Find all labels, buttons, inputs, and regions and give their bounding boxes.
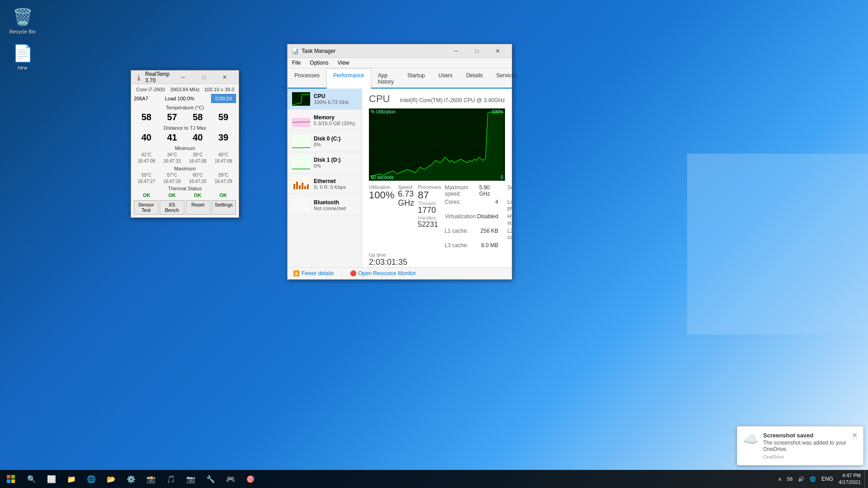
settings-button[interactable]: Settings [212,200,236,215]
cpu-chart-svg [369,108,505,181]
min-temp-1: 34°C [160,152,185,158]
start-button[interactable] [0,470,22,488]
cpu-panel-header: CPU Intel(R) Core(TM) i7-2600 CPU @ 3.40… [369,93,505,105]
l3cache-pair: L3 cache: 8.0 MB [445,242,499,249]
taskmanager-close-button[interactable]: ✕ [487,44,508,58]
xs-bench-button[interactable]: XS Bench [160,200,184,215]
sidebar-item-cpu[interactable]: CPU 100% 6.73 GHz [288,89,362,110]
max-time-3: 16:47:29 [211,178,236,184]
uptime-label: Up time [369,252,505,258]
taskmanager-titlebar[interactable]: 📊 Task Manager ─ □ ✕ [288,44,512,58]
realtemp-timer[interactable]: 0:00:24 [211,94,236,103]
tray-network[interactable]: 🌐 [808,475,818,483]
sidebar-item-bluetooth[interactable]: Bluetooth Not connected [288,195,362,216]
settings-taskbar-button[interactable]: ⚙️ [121,470,141,488]
realtemp-minimize-button[interactable]: ─ [173,70,193,84]
sensor-test-button[interactable]: Sensor Test [134,200,158,215]
open-resource-monitor-link[interactable]: 🔴 Open Resource Monitor [350,270,416,277]
svg-rect-21 [11,479,15,483]
tab-app-history[interactable]: App history [371,68,401,89]
sidebar-item-memory[interactable]: Memory 5.3/16.0 GB (33%) [288,110,362,131]
max-temp-0: 59°C [134,172,159,178]
sidebar-item-ethernet[interactable]: Ethernet S: 0 R: 0 Kbps [288,174,362,195]
search-button[interactable]: 🔍 [22,470,42,488]
file-explorer-taskbar-button[interactable]: 📁 [61,470,81,488]
photos-taskbar-button[interactable]: 📸 [141,470,161,488]
chart-label-100pct: 100% [491,109,503,114]
cpu-panel-name: Intel(R) Core(TM) i7-2600 CPU @ 3.40GHz [400,97,505,103]
cpu-stats-row: Utilization 100% Speed 6.73 GHz Processe… [369,184,505,249]
tab-performance[interactable]: Performance [326,68,371,89]
chrome-taskbar-button[interactable]: 🌐 [81,470,101,488]
svg-rect-11 [307,184,309,189]
tab-users[interactable]: Users [432,68,459,89]
realtemp-titlebar[interactable]: 🌡️ RealTemp 3.70 ─ □ ✕ [131,70,239,84]
virtualization-key: Virtualization: [445,213,477,226]
thermal-ok-row: OK OK OK OK [134,192,236,198]
show-desktop-button[interactable] [864,470,868,488]
sidebar-item-disk1[interactable]: Disk 1 (D:) 0% [288,152,362,174]
cpu-performance-panel: CPU Intel(R) Core(TM) i7-2600 CPU @ 3.40… [362,89,512,267]
tab-processes[interactable]: Processes [288,68,326,89]
taskmanager-minimize-button[interactable]: ─ [446,44,467,58]
max-time-2: 16:47:25 [185,178,211,184]
svg-rect-12 [292,198,310,212]
temp-core2: 58 [185,111,211,123]
recycle-bin-label: Recycle Bin [9,29,36,34]
taskmanager-maximize-button[interactable]: □ [467,44,487,58]
sidebar-item-disk0[interactable]: Disk 0 (C:) 0% [288,131,362,152]
taskbar-clock[interactable]: 4:47 PM 4/17/2021 [839,472,864,486]
recycle-bin-icon: 🗑️ [12,6,33,28]
fewer-details-link[interactable]: 🔼 Fewer details [293,270,334,277]
notification-close-button[interactable]: ✕ [852,432,858,439]
uptime-block: Up time 2:03:01:35 [369,252,505,267]
menu-options[interactable]: Options [308,59,330,67]
min-temp-0: 41°C [134,152,159,158]
cores-val: 4 [495,199,498,211]
cpu-panel-title: CPU [369,93,390,105]
taskmanager-window-controls: ─ □ ✕ [446,44,508,58]
taskbar-pinned-apps: 📁 🌐 📂 ⚙️ 📸 🎵 📷 🔧 🎮 🎯 [61,470,776,488]
performance-sidebar: CPU 100% 6.73 GHz Memory [288,89,362,267]
tab-services[interactable]: Services [490,68,524,89]
realtemp-restore-button[interactable]: □ [193,70,214,84]
svg-rect-10 [304,186,306,189]
disk0-mini-chart [292,135,310,148]
onedrive-notification: ☁️ Screenshot saved The screenshot was a… [737,426,863,465]
tray-volume[interactable]: 🔊 [796,475,806,483]
realtemp-close-button[interactable]: ✕ [214,70,235,84]
game-taskbar-button[interactable]: 🎮 [221,470,241,488]
xbox-taskbar-button[interactable]: 🎯 [241,470,260,488]
ethernet-mini-svg [292,177,310,191]
taskmanager-window: 📊 Task Manager ─ □ ✕ File Options View P… [287,44,512,280]
fewer-details-label: Fewer details [302,270,334,277]
max-time-0: 16:47:27 [134,178,159,184]
cores-key: Cores: [445,199,461,211]
notification-title: Screenshot saved [763,432,847,439]
folder-taskbar-button[interactable]: 📂 [101,470,121,488]
tray-chevron[interactable]: ∧ [776,475,783,483]
desktop-icon-htrw[interactable]: 📄 htrw [5,41,41,72]
menu-file[interactable]: File [290,59,302,67]
desktop-icon-recycle-bin[interactable]: 🗑️ Recycle Bin [5,5,41,36]
svg-rect-9 [302,183,303,189]
cpu-sidebar-val: 100% 6.73 GHz [314,99,357,105]
language-indicator[interactable]: ENG [820,475,835,483]
tools-taskbar-button[interactable]: 🔧 [201,470,221,488]
reset-button[interactable]: Reset [186,200,210,215]
camera-taskbar-button[interactable]: 📷 [181,470,201,488]
tab-details[interactable]: Details [459,68,490,89]
media-taskbar-button[interactable]: 🎵 [161,470,181,488]
utilization-value: 100% [369,190,394,201]
task-view-button[interactable]: ⬜ [42,470,61,488]
max-temp-1: 57°C [160,172,185,178]
tab-startup[interactable]: Startup [401,68,432,89]
menu-view[interactable]: View [336,59,351,67]
temp-core3: 59 [211,111,236,123]
cores-pair: Cores: 4 [445,199,499,211]
cpu-details: Maximum speed: 5.90 GHz Sockets: 1 Cores… [445,184,512,249]
min-time-2: 16:47:06 [185,158,211,164]
disk0-sidebar-info: Disk 0 (C:) 0% [314,136,357,147]
temp-section-label: Temperature (°C) [134,105,236,110]
min-temp-3: 40°C [211,152,236,158]
